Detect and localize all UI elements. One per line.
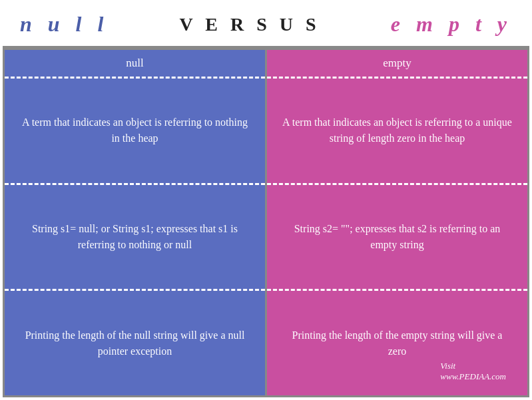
empty-row-2: String s2= ""; expresses that s2 is refe… [267, 185, 527, 292]
header: n u l l V E R S U S e m p t y [0, 0, 532, 46]
empty-column-header: empty [267, 50, 527, 79]
null-row-1: A term that indicates an object is refer… [5, 79, 265, 185]
null-column-header: null [5, 50, 265, 79]
empty-title: e m p t y [391, 12, 512, 37]
null-row-2: String s1= null; or String s1; expresses… [5, 185, 265, 292]
pediaa-footer: Visit www.PEDIAA.com [440, 361, 506, 382]
empty-column: empty A term that indicates an object is… [267, 50, 527, 395]
table-body: null A term that indicates an object is … [5, 48, 527, 395]
empty-row-1: A term that indicates an object is refer… [267, 79, 527, 185]
main-container: n u l l V E R S U S e m p t y null A ter… [0, 0, 532, 400]
null-row-3: Printing the length of the null string w… [5, 291, 265, 395]
versus-label: V E R S U S [180, 14, 320, 35]
comparison-table: null A term that indicates an object is … [3, 46, 529, 397]
null-column: null A term that indicates an object is … [5, 50, 267, 395]
null-title: n u l l [20, 12, 109, 37]
